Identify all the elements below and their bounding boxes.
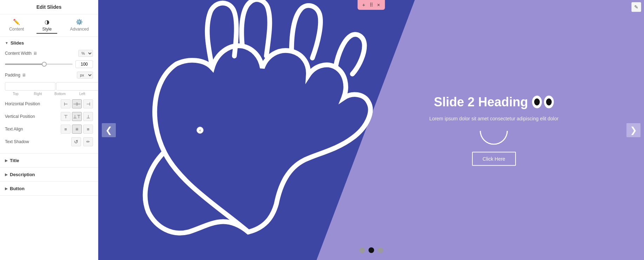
left-pupil: [534, 98, 540, 105]
panel-collapse-handle[interactable]: ‹: [197, 127, 204, 134]
panel-title: Edit Slides: [0, 0, 98, 14]
right-pupil: [546, 98, 552, 105]
slides-section: ▼ Slides Content Width 🖥 % px 100: [0, 37, 98, 154]
button-section: ▶ Button: [0, 182, 98, 196]
title-section: ▶ Title: [0, 154, 98, 168]
text-align-label: Text Align: [5, 127, 61, 132]
content-width-control: % px: [78, 50, 93, 57]
padding-bottom-label: Bottom: [49, 92, 71, 96]
slide-background: Slide 2 Heading Lorem ipsum dolor sit am…: [98, 0, 644, 260]
padding-right-input[interactable]: [56, 82, 98, 91]
device-icon: 🖥: [33, 51, 37, 56]
slide-content: Slide 2 Heading Lorem ipsum dolor sit am…: [371, 94, 617, 166]
padding-right-label: Right: [27, 92, 48, 96]
dot-1[interactable]: [359, 247, 365, 253]
description-section: ▶ Description: [0, 168, 98, 182]
slide-next-btn[interactable]: ❯: [626, 123, 640, 137]
description-section-header[interactable]: ▶ Description: [0, 168, 98, 181]
content-width-unit-select[interactable]: % px: [78, 50, 93, 57]
slide-dots: [359, 247, 383, 253]
text-shadow-controls: ↺ ✏: [71, 137, 93, 146]
left-panel: Edit Slides ✏️ Content ◑ Style ⚙️ Advanc…: [0, 0, 98, 260]
advanced-icon: ⚙️: [76, 19, 83, 25]
slides-section-label: Slides: [11, 40, 24, 46]
v-pos-top-btn[interactable]: ⊤: [61, 112, 71, 121]
horizontal-position-label: Horizontal Position: [5, 101, 61, 106]
description-arrow-icon: ▶: [5, 173, 8, 176]
slide-description: Lorem ipsum dolor sit amet consectetur a…: [371, 115, 617, 122]
h-pos-center-btn[interactable]: ⊣⊢: [72, 99, 82, 108]
tab-bar: ✏️ Content ◑ Style ⚙️ Advanced: [0, 14, 98, 37]
advanced-tab-label: Advanced: [70, 27, 88, 32]
h-pos-left-btn[interactable]: ⊢: [61, 99, 71, 108]
content-tab-label: Content: [9, 27, 24, 32]
content-width-slider-row: 100: [5, 60, 93, 68]
tab-advanced[interactable]: ⚙️ Advanced: [64, 17, 94, 34]
vertical-position-text: Vertical Position: [5, 114, 35, 119]
padding-top-label: Top: [5, 92, 26, 96]
padding-label: Padding: [5, 73, 20, 78]
slides-section-header[interactable]: ▼ Slides: [5, 40, 93, 46]
vertical-position-row: Vertical Position ⊤ ⊥⊤ ⊥: [5, 112, 93, 121]
dot-2[interactable]: [369, 247, 374, 253]
v-pos-middle-btn[interactable]: ⊥⊤: [72, 112, 82, 121]
padding-label-container: Padding 🖥: [5, 73, 77, 78]
padding-labels: Top Right Bottom Left: [5, 92, 93, 96]
main-content: + ⠿ × ✎ ‹ Sli: [98, 0, 644, 260]
smile-decoration: [480, 131, 508, 145]
text-align-row: Text Align ≡ ≡ ≡: [5, 125, 93, 134]
text-shadow-label: Text Shadow: [5, 139, 71, 144]
h-pos-right-btn[interactable]: ⊣: [83, 99, 93, 108]
text-align-text: Text Align: [5, 127, 23, 132]
full-screen-edit-btn[interactable]: ✎: [631, 2, 641, 12]
tab-content[interactable]: ✏️ Content: [4, 17, 29, 34]
padding-field-row: Padding 🖥 px em: [5, 72, 93, 79]
padding-unit-control: px em: [77, 72, 93, 79]
padding-inputs: 🔗: [5, 82, 93, 91]
text-shadow-reset-btn[interactable]: ↺: [71, 137, 81, 146]
padding-unit-select[interactable]: px em: [77, 72, 93, 79]
horizontal-position-row: Horizontal Position ⊢ ⊣⊢ ⊣: [5, 99, 93, 108]
slide-cta-button[interactable]: Click Here: [472, 152, 516, 166]
button-section-label: Button: [10, 186, 25, 191]
v-pos-bottom-btn[interactable]: ⊥: [83, 112, 93, 121]
dot-3[interactable]: [378, 247, 383, 253]
slide-prev-btn[interactable]: ❮: [102, 123, 116, 137]
hand-illustration: [98, 0, 398, 260]
text-shadow-edit-btn[interactable]: ✏: [83, 137, 93, 146]
content-width-row: Content Width 🖥 % px: [5, 50, 93, 57]
content-width-slider[interactable]: [5, 64, 73, 65]
tab-style[interactable]: ◑ Style: [36, 17, 57, 34]
button-section-header[interactable]: ▶ Button: [0, 182, 98, 195]
text-align-left-btn[interactable]: ≡: [61, 125, 71, 134]
slides-arrow-icon: ▼: [5, 41, 8, 45]
remove-element-btn[interactable]: ×: [375, 1, 382, 8]
eyes-decoration: [532, 95, 554, 108]
text-shadow-text: Text Shadow: [5, 139, 29, 144]
title-arrow-icon: ▶: [5, 159, 8, 162]
content-width-label: Content Width: [5, 51, 32, 56]
text-align-center-btn[interactable]: ≡: [72, 125, 82, 134]
style-tab-label: Style: [42, 27, 52, 32]
style-icon: ◑: [45, 19, 49, 25]
title-section-label: Title: [10, 158, 19, 163]
right-eye: [544, 95, 554, 108]
text-shadow-row: Text Shadow ↺ ✏: [5, 137, 93, 146]
text-align-buttons: ≡ ≡ ≡: [61, 125, 93, 134]
description-section-label: Description: [10, 172, 35, 177]
text-align-right-btn[interactable]: ≡: [83, 125, 93, 134]
vertical-position-buttons: ⊤ ⊥⊤ ⊥: [61, 112, 93, 121]
content-width-input[interactable]: 100: [75, 60, 93, 68]
content-width-label-container: Content Width 🖥: [5, 51, 78, 56]
padding-top-input[interactable]: [5, 82, 55, 91]
button-arrow-icon: ▶: [5, 187, 8, 191]
padding-device-icon: 🖥: [22, 73, 26, 78]
horizontal-position-buttons: ⊢ ⊣⊢ ⊣: [61, 99, 93, 108]
slider-container: 100: [5, 60, 93, 68]
slide-widget: Slide 2 Heading Lorem ipsum dolor sit am…: [98, 0, 644, 260]
title-section-header[interactable]: ▶ Title: [0, 154, 98, 167]
vertical-position-label: Vertical Position: [5, 114, 61, 119]
add-element-btn[interactable]: +: [360, 1, 367, 8]
slide-heading: Slide 2 Heading: [371, 94, 617, 109]
move-element-btn[interactable]: ⠿: [367, 1, 375, 8]
